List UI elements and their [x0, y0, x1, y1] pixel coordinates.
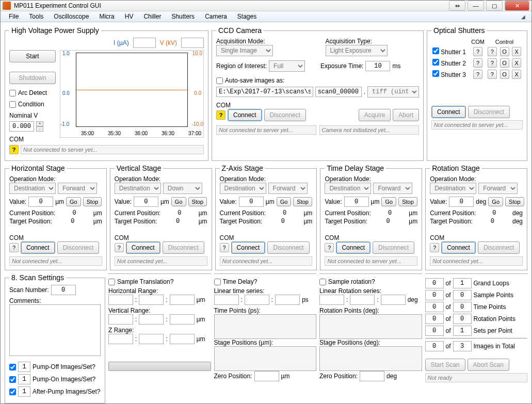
rotation-points-list[interactable]: [319, 314, 422, 339]
stage-4-help[interactable]: ?: [430, 243, 439, 252]
stage-3-stop[interactable]: Stop: [398, 197, 417, 206]
stage-1-disconnect[interactable]: Disconnect: [163, 241, 204, 254]
time-zero-input[interactable]: [254, 371, 279, 381]
nominal-input[interactable]: [9, 121, 34, 132]
stage-4-value[interactable]: [449, 197, 474, 207]
pump-off-checkbox[interactable]: [9, 364, 16, 370]
maximize-button[interactable]: ▢: [486, 1, 503, 11]
rot-zero-input[interactable]: [360, 371, 384, 381]
shutter-1-open[interactable]: O: [500, 47, 509, 56]
time-delay-checkbox[interactable]: [214, 279, 221, 285]
stage-3-mode[interactable]: Destination: [325, 183, 371, 194]
comments-textarea[interactable]: [9, 304, 101, 356]
stage-0-value[interactable]: [28, 197, 53, 207]
exp-input[interactable]: [365, 61, 390, 71]
sample-rotation-checkbox[interactable]: [319, 279, 326, 285]
current-input[interactable]: [133, 38, 156, 48]
menu-chiller[interactable]: Chiller: [138, 11, 166, 22]
menu-file[interactable]: File: [4, 11, 24, 22]
menu-oscilloscope[interactable]: Oscilloscope: [49, 11, 94, 22]
shutter-connect-button[interactable]: Connect: [431, 106, 466, 118]
stage-1-mode[interactable]: Destination: [115, 183, 161, 194]
autosave-checkbox[interactable]: [216, 77, 223, 84]
close-button[interactable]: ✕: [505, 1, 529, 11]
stage-2-stop[interactable]: Stop: [293, 197, 312, 206]
hv-help-icon[interactable]: ?: [9, 145, 19, 154]
condition-checkbox[interactable]: [9, 101, 16, 108]
acq-mode-select[interactable]: Single Image: [216, 45, 273, 56]
stage-4-connect[interactable]: Connect: [441, 241, 476, 254]
stage-1-go[interactable]: Go: [171, 197, 186, 206]
stage-2-go[interactable]: Go: [277, 197, 292, 206]
sample-translation-checkbox[interactable]: [108, 279, 115, 285]
voltage-input[interactable]: [181, 38, 204, 48]
shutter-disconnect-button[interactable]: Disconnect: [468, 106, 510, 118]
time-points-list[interactable]: [214, 314, 317, 339]
filename-input[interactable]: [315, 87, 362, 97]
after-pump-checkbox[interactable]: [9, 389, 16, 395]
scan-number-input[interactable]: [51, 285, 76, 295]
pump-on-checkbox[interactable]: [9, 376, 16, 383]
format-select[interactable]: tiff (uint16): [367, 86, 419, 98]
menu-hv[interactable]: HV: [120, 11, 139, 22]
stage-3-disconnect[interactable]: Disconnect: [373, 241, 414, 254]
stage-3-value[interactable]: [344, 197, 369, 207]
stage-3-dir[interactable]: Forward: [373, 183, 412, 194]
stage-2-value[interactable]: [239, 197, 264, 207]
ccd-connect-button[interactable]: Connect: [228, 109, 262, 121]
stage-2-help[interactable]: ?: [220, 243, 229, 252]
stage-4-dir[interactable]: Forward: [478, 183, 518, 194]
shutter-1-com[interactable]: ?: [473, 47, 482, 56]
unfold-button[interactable]: ⇔: [449, 1, 465, 11]
ccd-help-icon[interactable]: ?: [216, 110, 225, 120]
stage-0-mode[interactable]: Destination: [9, 183, 56, 194]
time-stage-pos-list[interactable]: [214, 346, 317, 371]
menu-camera[interactable]: Camera: [200, 11, 232, 22]
stage-0-stop[interactable]: Stop: [83, 197, 102, 206]
minimize-button[interactable]: —: [467, 1, 484, 11]
pump-on-count[interactable]: [18, 374, 30, 384]
menu-micra[interactable]: Micra: [94, 11, 119, 22]
menu-stages[interactable]: Stages: [232, 11, 262, 22]
stage-0-connect[interactable]: Connect: [21, 241, 55, 254]
ccd-disconnect-button[interactable]: Disconnect: [264, 109, 306, 121]
abort-scan-button[interactable]: Abort Scan: [467, 359, 509, 371]
pump-off-count[interactable]: [18, 362, 30, 372]
save-path-input[interactable]: [216, 87, 313, 97]
acquire-button[interactable]: Acquire: [359, 109, 391, 121]
nominal-up[interactable]: +: [36, 121, 43, 126]
stage-3-connect[interactable]: Connect: [336, 241, 370, 254]
shutter-2-enable[interactable]: [432, 59, 439, 66]
stage-3-go[interactable]: Go: [381, 197, 396, 206]
acq-type-select[interactable]: Light Exposure: [326, 45, 388, 56]
start-button[interactable]: Start: [9, 50, 56, 62]
after-pump-count[interactable]: [18, 386, 30, 397]
stage-0-disconnect[interactable]: Disconnect: [57, 241, 99, 254]
stage-2-dir[interactable]: Forward: [268, 183, 308, 194]
stage-1-value[interactable]: [134, 197, 158, 207]
start-scan-button[interactable]: Start Scan: [425, 359, 465, 371]
menu-tools[interactable]: Tools: [24, 11, 49, 22]
shutter-1-enable[interactable]: [432, 47, 439, 54]
menu-shutters[interactable]: Shutters: [166, 11, 200, 22]
stage-4-stop[interactable]: Stop: [505, 197, 524, 206]
stage-0-go[interactable]: Go: [66, 197, 81, 206]
rotation-stage-pos-list[interactable]: [319, 346, 422, 371]
stage-4-go[interactable]: Go: [488, 197, 503, 206]
stage-1-help[interactable]: ?: [115, 243, 124, 252]
shutter-1-ctrl-q[interactable]: ?: [488, 47, 497, 56]
nominal-down[interactable]: -: [36, 126, 43, 132]
stage-1-connect[interactable]: Connect: [126, 241, 160, 254]
shutter-3-enable[interactable]: [432, 70, 439, 77]
stage-4-mode[interactable]: Destination: [430, 183, 476, 194]
stage-1-stop[interactable]: Stop: [188, 197, 207, 206]
stage-0-dir[interactable]: Forward: [58, 183, 97, 194]
stage-4-disconnect[interactable]: Disconnect: [478, 241, 520, 254]
stage-0-help[interactable]: ?: [9, 243, 19, 252]
toolbar-dropdown-icon[interactable]: ◢: [518, 12, 528, 21]
stage-2-disconnect[interactable]: Disconnect: [267, 241, 309, 254]
abort-button[interactable]: Abort: [393, 109, 419, 121]
shutdown-button[interactable]: Shutdown: [9, 72, 56, 84]
shutter-1-close[interactable]: X: [512, 47, 521, 56]
stage-2-connect[interactable]: Connect: [231, 241, 266, 254]
